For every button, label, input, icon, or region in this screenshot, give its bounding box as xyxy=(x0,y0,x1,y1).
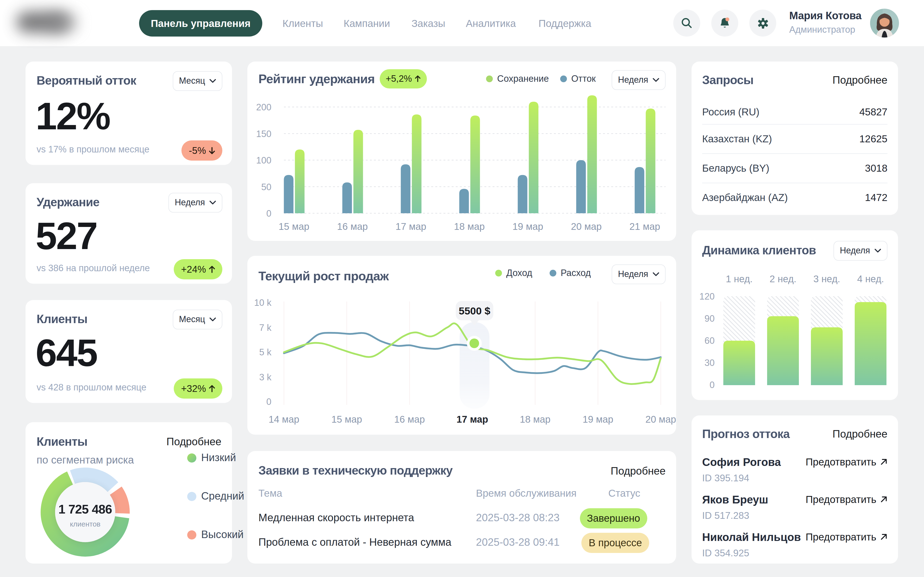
svg-text:30: 30 xyxy=(704,358,715,368)
svg-text:5500 $: 5500 $ xyxy=(459,305,490,317)
svg-text:21 мар: 21 мар xyxy=(630,221,660,232)
svg-text:120: 120 xyxy=(699,292,715,301)
svg-text:20 мар: 20 мар xyxy=(571,221,602,232)
svg-text:10 k: 10 k xyxy=(254,298,272,308)
svg-text:2 нед.: 2 нед. xyxy=(769,274,796,284)
svg-text:14 мар: 14 мар xyxy=(268,414,299,425)
svg-text:19 мар: 19 мар xyxy=(583,414,613,425)
svg-text:50: 50 xyxy=(261,182,271,192)
svg-text:18 мар: 18 мар xyxy=(454,221,485,232)
svg-text:17 мар: 17 мар xyxy=(396,221,426,232)
svg-text:3 k: 3 k xyxy=(259,372,272,382)
svg-text:4 нед.: 4 нед. xyxy=(857,274,884,284)
svg-text:3 нед.: 3 нед. xyxy=(813,274,840,284)
svg-text:90: 90 xyxy=(704,314,715,324)
svg-text:0: 0 xyxy=(709,380,715,390)
svg-text:19 мар: 19 мар xyxy=(512,221,543,232)
svg-text:0: 0 xyxy=(267,397,271,407)
svg-text:1 725 486: 1 725 486 xyxy=(58,502,112,516)
svg-text:18 мар: 18 мар xyxy=(520,414,551,425)
svg-text:20 мар: 20 мар xyxy=(645,414,676,425)
svg-text:15 мар: 15 мар xyxy=(279,221,309,232)
svg-text:1 нед.: 1 нед. xyxy=(726,274,753,284)
svg-text:100: 100 xyxy=(256,155,271,165)
svg-text:17 мар: 17 мар xyxy=(457,414,488,425)
svg-text:200: 200 xyxy=(256,102,271,112)
svg-text:16 мар: 16 мар xyxy=(394,414,425,425)
svg-text:клиентов: клиентов xyxy=(70,520,100,528)
svg-text:150: 150 xyxy=(256,129,271,139)
svg-text:15 мар: 15 мар xyxy=(331,414,362,425)
svg-text:5 k: 5 k xyxy=(259,347,272,357)
svg-text:60: 60 xyxy=(704,335,715,346)
svg-text:16 мар: 16 мар xyxy=(337,221,368,232)
svg-text:7 k: 7 k xyxy=(259,322,272,333)
svg-text:0: 0 xyxy=(267,208,271,219)
